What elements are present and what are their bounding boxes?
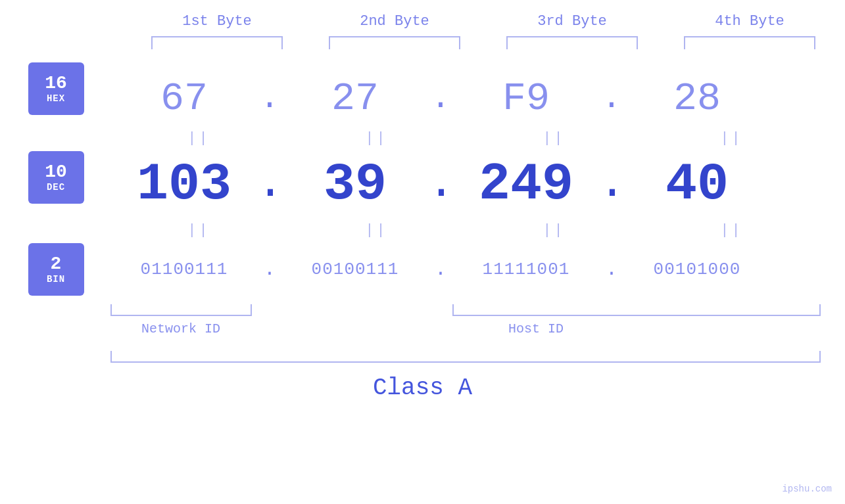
top-brackets xyxy=(128,36,838,49)
separator-1: || || || || xyxy=(110,128,821,148)
bracket-spacer-3 xyxy=(423,304,452,316)
badge-bin-number: 2 xyxy=(51,254,62,275)
hex-val-4: 28 xyxy=(627,76,768,121)
badge-dec: 10 DEC xyxy=(28,151,84,204)
hex-row: 67 . 27 . F9 . 28 xyxy=(114,69,824,128)
dec-dot-2: . xyxy=(426,161,456,207)
dbl-bar-5: || xyxy=(115,222,283,239)
hex-dot-2: . xyxy=(426,82,456,115)
badge-bin-label: BIN xyxy=(47,274,65,285)
separator-2: || || || || xyxy=(110,220,821,240)
dbl-bar-3: || xyxy=(470,130,638,147)
hex-dot-1: . xyxy=(255,82,285,115)
network-id-label: Network ID xyxy=(110,321,252,336)
bracket-spacer-1 xyxy=(252,304,281,316)
watermark: ipshu.com xyxy=(782,484,832,494)
byte-label-1: 1st Byte xyxy=(145,13,289,30)
dbl-bar-2: || xyxy=(293,130,460,147)
bin-row: 01100111 . 00100111 . 11111001 . 0010100… xyxy=(114,240,824,299)
badge-bin: 2 BIN xyxy=(28,243,84,296)
top-bracket-4 xyxy=(684,36,815,49)
bin-val-4: 00101000 xyxy=(627,260,768,279)
dec-val-3: 249 xyxy=(456,154,597,214)
main-container: ipshu.com 1st Byte 2nd Byte 3rd Byte 4th… xyxy=(0,0,845,504)
dec-dot-1: . xyxy=(255,161,285,207)
hex-val-3: F9 xyxy=(456,76,597,121)
bracket-host xyxy=(452,304,821,316)
big-bracket xyxy=(110,351,821,363)
hex-val-2: 27 xyxy=(285,76,426,121)
badge-hex: 16 HEX xyxy=(28,62,84,115)
bottom-brackets-row xyxy=(110,304,821,316)
hex-val-1: 67 xyxy=(114,76,255,121)
byte-labels-row: 1st Byte 2nd Byte 3rd Byte 4th Byte xyxy=(128,13,838,30)
badge-dec-label: DEC xyxy=(47,182,65,193)
dbl-bar-4: || xyxy=(648,130,815,147)
class-label: Class A xyxy=(373,375,472,401)
bracket-network xyxy=(110,304,252,316)
bracket-spacer-2 xyxy=(281,304,423,316)
top-bracket-2 xyxy=(329,36,460,49)
bin-val-2: 00100111 xyxy=(285,260,426,279)
bin-val-3: 11111001 xyxy=(456,260,597,279)
bin-val-1: 01100111 xyxy=(114,260,255,279)
host-id-label: Host ID xyxy=(252,321,821,336)
dec-row: 103 . 39 . 249 . 40 xyxy=(114,148,824,220)
dbl-bar-6: || xyxy=(293,222,460,239)
id-labels-row: Network ID Host ID xyxy=(110,321,821,336)
dec-val-2: 39 xyxy=(285,154,426,214)
dbl-bar-1: || xyxy=(115,130,283,147)
hex-dot-3: . xyxy=(597,82,627,115)
dec-dot-3: . xyxy=(597,161,627,207)
dbl-bar-8: || xyxy=(648,222,815,239)
top-bracket-1 xyxy=(151,36,283,49)
bin-dot-2: . xyxy=(426,260,456,279)
dbl-bar-7: || xyxy=(470,222,638,239)
top-bracket-3 xyxy=(506,36,638,49)
dec-val-1: 103 xyxy=(114,154,255,214)
bin-dot-3: . xyxy=(597,260,627,279)
bin-dot-1: . xyxy=(255,260,285,279)
badge-hex-label: HEX xyxy=(47,93,65,104)
badge-hex-number: 16 xyxy=(45,74,67,94)
byte-label-3: 3rd Byte xyxy=(500,13,644,30)
byte-label-2: 2nd Byte xyxy=(322,13,467,30)
dec-val-4: 40 xyxy=(627,154,768,214)
badge-dec-number: 10 xyxy=(45,162,67,183)
byte-label-4: 4th Byte xyxy=(677,13,822,30)
